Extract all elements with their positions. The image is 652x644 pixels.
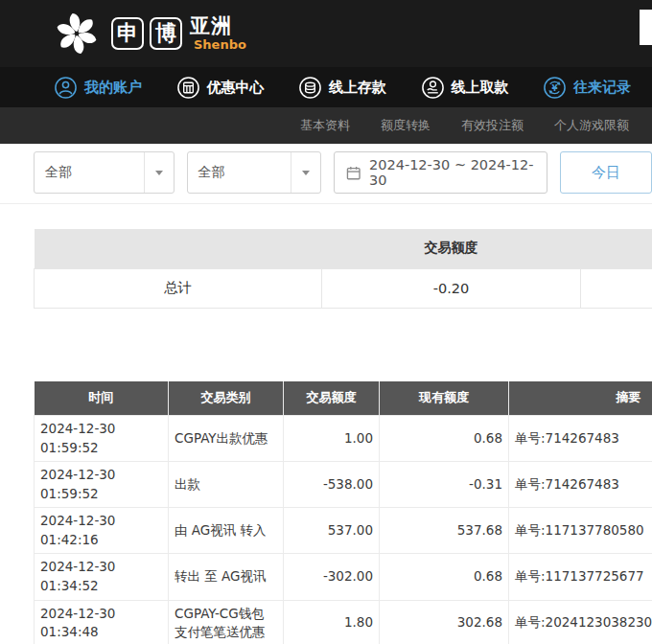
sub-nav: 基本资料 额度转换 有效投注额 个人游戏限额 <box>0 107 652 144</box>
subnav-basic-info[interactable]: 基本资料 <box>300 117 350 134</box>
promo-icon <box>176 76 200 100</box>
top-header: 申 博 亚洲 Shenbo <box>0 0 652 67</box>
cell-time: 2024-12-30 01:59:52 <box>35 462 169 508</box>
transactions-table: 时间 交易类别 交易额度 现有额度 摘要 2024-12-30 01:59:52… <box>34 381 652 644</box>
logo[interactable]: 申 博 亚洲 Shenbo <box>50 7 246 60</box>
scrollbar-thumb[interactable] <box>640 10 652 45</box>
subnav-credit-transfer[interactable]: 额度转换 <box>381 117 431 134</box>
type-select-value: 全部 <box>45 164 72 181</box>
col-header-amount: 交易额度 <box>284 381 380 416</box>
subnav-game-limits[interactable]: 个人游戏限额 <box>554 117 629 134</box>
date-range-input[interactable]: 2024-12-30 ~ 2024-12-30 <box>334 151 548 194</box>
today-button[interactable]: 今日 <box>560 151 652 194</box>
logo-region-text: 亚洲 <box>190 15 246 37</box>
cell-note: 单号:117137780580 <box>509 508 652 554</box>
summary-empty-header <box>35 229 322 268</box>
summary-amount-header: 交易额度 <box>322 229 581 268</box>
cell-balance: 0.68 <box>380 416 509 462</box>
date-range-value: 2024-12-30 ~ 2024-12-30 <box>369 157 535 188</box>
nav-online-deposit[interactable]: 线上存款 <box>298 76 386 100</box>
summary-empty-header <box>581 229 652 268</box>
cell-note: 单号:714267483 <box>509 462 652 508</box>
cell-amount: -302.00 <box>284 554 380 600</box>
subnav-valid-bets[interactable]: 有效投注额 <box>461 117 524 134</box>
cell-time: 2024-12-30 01:42:16 <box>35 508 169 554</box>
table-row: 2024-12-30 01:34:48 CGPAY-CG钱包支付笔笔送优惠 1.… <box>35 600 652 644</box>
cell-balance: -0.31 <box>380 462 509 508</box>
calendar-icon <box>346 165 361 181</box>
cell-amount: 1.00 <box>284 416 380 462</box>
cell-time: 2024-12-30 01:34:52 <box>35 554 169 600</box>
chevron-down-icon <box>144 152 174 193</box>
cell-amount: 537.00 <box>284 508 380 554</box>
nav-promo-center[interactable]: 优惠中心 <box>176 76 265 100</box>
transactions-header-row: 时间 交易类别 交易额度 现有额度 摘要 <box>35 381 652 416</box>
svg-text:¥: ¥ <box>551 82 557 92</box>
main-nav: 我的账户 优惠中心 线上存款 线上取款 <box>0 67 652 107</box>
cell-balance: 0.68 <box>380 554 509 600</box>
cell-category: CGPAY-CG钱包支付笔笔送优惠 <box>169 600 284 644</box>
withdraw-icon <box>421 76 445 100</box>
summary-total-value: -0.20 <box>322 268 581 308</box>
cell-category: 由 AG视讯 转入 <box>169 508 284 554</box>
deposit-icon <box>298 76 322 100</box>
nav-my-account[interactable]: 我的账户 <box>54 76 142 100</box>
records-icon: ¥ <box>543 76 567 100</box>
cell-category: 转出 至 AG视讯 <box>169 554 284 600</box>
filter-bar: 全部 全部 2024-12-30 ~ 2024-12-30 今日 <box>0 144 652 204</box>
category-select[interactable]: 全部 <box>187 151 321 194</box>
nav-online-withdraw[interactable]: 线上取款 <box>421 76 509 100</box>
cell-amount: -538.00 <box>284 462 380 508</box>
summary-header-row: 交易额度 <box>35 229 652 268</box>
summary-table: 交易额度 总计 -0.20 <box>34 229 652 309</box>
summary-total-label: 总计 <box>35 268 322 308</box>
type-select[interactable]: 全部 <box>34 151 175 194</box>
cell-balance: 537.68 <box>380 508 509 554</box>
user-icon <box>54 76 78 100</box>
table-row: 2024-12-30 01:42:16 由 AG视讯 转入 537.00 537… <box>35 508 652 554</box>
cell-balance: 302.68 <box>380 600 509 644</box>
chevron-down-icon <box>291 152 320 193</box>
cell-category: CGPAY出款优惠 <box>169 416 284 462</box>
cell-note: 单号:714267483 <box>509 416 652 462</box>
logo-char-shen: 申 <box>111 17 144 50</box>
nav-label: 我的账户 <box>84 79 142 97</box>
cell-amount: 1.80 <box>284 600 380 644</box>
cell-time: 2024-12-30 01:59:52 <box>35 416 169 462</box>
table-row: 2024-12-30 01:34:52 转出 至 AG视讯 -302.00 0.… <box>35 554 652 600</box>
cell-category: 出款 <box>169 462 284 508</box>
nav-label: 线上取款 <box>452 79 509 97</box>
col-header-balance: 现有额度 <box>380 381 509 416</box>
cell-note: 单号:2024123038230348 <box>509 600 652 644</box>
logo-char-bo: 博 <box>150 17 182 50</box>
col-header-time: 时间 <box>35 381 169 416</box>
logo-brand-text: Shenbo <box>194 37 246 52</box>
summary-total-row: 总计 -0.20 <box>35 268 652 308</box>
nav-label: 往来记录 <box>573 79 631 97</box>
nav-label: 优惠中心 <box>207 79 265 97</box>
cell-time: 2024-12-30 01:34:48 <box>35 600 169 644</box>
table-row: 2024-12-30 01:59:52 CGPAY出款优惠 1.00 0.68 … <box>35 416 652 462</box>
cell-note: 单号:117137725677 <box>509 554 652 600</box>
category-select-value: 全部 <box>198 164 225 181</box>
table-row: 2024-12-30 01:59:52 出款 -538.00 -0.31 单号:… <box>35 462 652 508</box>
nav-label: 线上存款 <box>329 79 386 97</box>
col-header-category: 交易类别 <box>169 381 284 416</box>
flower-logo-icon <box>50 7 104 60</box>
col-header-note: 摘要 <box>509 381 652 416</box>
nav-transaction-records[interactable]: ¥ 往来记录 <box>543 76 631 100</box>
